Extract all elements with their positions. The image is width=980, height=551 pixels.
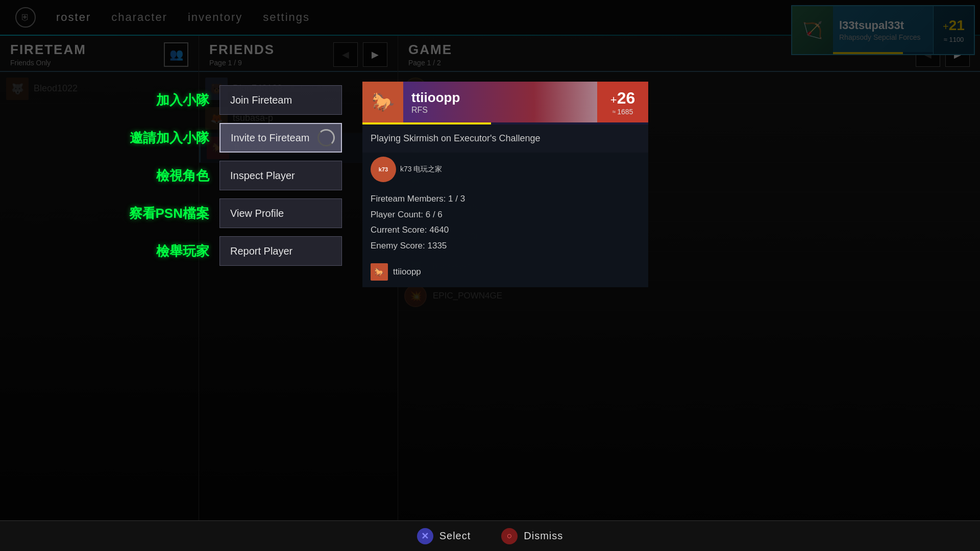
menu-row-join: 加入小隊 Join Fireteam <box>71 82 342 118</box>
view-profile-label: View Profile <box>230 208 284 219</box>
menu-label-zh-profile: 察看PSN檔案 <box>71 205 219 222</box>
invite-fireteam-label: Invite to Fireteam <box>231 132 310 144</box>
join-fireteam-button[interactable]: Join Fireteam <box>219 85 342 115</box>
pip-activity-text: Playing Skirmish on Executor's Challenge <box>371 133 541 143</box>
pip-stat-playercount: Player Count: 6 / 6 <box>371 207 640 223</box>
pip-activity: Playing Skirmish on Executor's Challenge <box>362 124 648 153</box>
pip-members-list: 🐎 ttiioopp <box>362 259 648 287</box>
pip-stat-currentscore: Current Score: 4640 <box>371 222 640 238</box>
pip-logo: k73 k73 电玩之家 <box>362 153 648 186</box>
o-button-icon: ○ <box>501 528 518 544</box>
pip-current-score-value: Current Score: 4640 <box>371 222 449 238</box>
view-profile-button[interactable]: View Profile <box>219 198 342 228</box>
pip-avatar: 🐎 <box>362 82 403 122</box>
pip-light-icon: ≈ <box>612 108 616 115</box>
pip-level: 26 <box>617 89 635 108</box>
pip-level-prefix: + <box>610 93 617 107</box>
menu-label-zh-report: 檢舉玩家 <box>71 242 219 260</box>
pip-fireteam-members-value: Fireteam Members: 1 / 3 <box>371 191 465 207</box>
bottom-bar: ✕ Select ○ Dismiss <box>0 520 980 551</box>
loading-spinner <box>317 129 335 146</box>
pip-logo-icon: k73 <box>379 166 388 172</box>
pip-member-name-0: ttiioopp <box>393 267 421 277</box>
pip-player-name: ttiioopp <box>411 90 589 106</box>
report-player-label: Report Player <box>230 245 292 257</box>
menu-row-report: 檢舉玩家 Report Player <box>71 233 342 269</box>
x-button-icon: ✕ <box>417 528 433 544</box>
menu-label-zh-join: 加入小隊 <box>71 91 219 109</box>
invite-fireteam-button[interactable]: Invite to Fireteam <box>219 123 342 153</box>
select-label: Select <box>439 530 471 542</box>
x-symbol: ✕ <box>421 531 429 542</box>
menu-row-profile: 察看PSN檔案 View Profile <box>71 195 342 232</box>
context-menu-wrapper: 加入小隊 Join Fireteam 邀請加入小隊 Invite to Fire… <box>71 82 342 270</box>
pip-level-box: + 26 ≈ 1685 <box>597 82 648 122</box>
pip-stat-fireteam: Fireteam Members: 1 / 3 <box>371 191 640 207</box>
pip-light: 1685 <box>617 108 633 116</box>
dismiss-label: Dismiss <box>524 530 563 542</box>
pip-info: ttiioopp RFS <box>403 82 597 122</box>
o-symbol: ○ <box>507 531 512 541</box>
pip-enemy-score-value: Enemy Score: 1335 <box>371 238 447 254</box>
pip-member-avatar-0: 🐎 <box>371 263 388 281</box>
pip-player-count-value: Player Count: 6 / 6 <box>371 207 443 223</box>
inspect-player-button[interactable]: Inspect Player <box>219 161 342 190</box>
report-player-button[interactable]: Report Player <box>219 236 342 266</box>
select-action[interactable]: ✕ Select <box>417 528 471 544</box>
menu-label-zh-inspect: 檢視角色 <box>71 167 219 185</box>
pip-stats: Fireteam Members: 1 / 3 Player Count: 6 … <box>362 186 648 259</box>
join-fireteam-label: Join Fireteam <box>230 94 292 106</box>
pip-logo-image: k73 <box>371 157 396 182</box>
menu-row-invite: 邀請加入小隊 Invite to Fireteam <box>71 119 342 156</box>
context-overlay: 加入小隊 Join Fireteam 邀請加入小隊 Invite to Fire… <box>0 0 980 551</box>
menu-label-zh-invite: 邀請加入小隊 <box>71 129 219 147</box>
pip-header: 🐎 ttiioopp RFS + 26 ≈ 1685 <box>362 82 648 122</box>
pip-player-clan: RFS <box>411 106 589 115</box>
player-info-panel: 🐎 ttiioopp RFS + 26 ≈ 1685 Playing Skirm <box>362 82 648 287</box>
pip-member-row-0: 🐎 ttiioopp <box>371 262 640 282</box>
pip-logo-text: k73 电玩之家 <box>400 165 442 174</box>
menu-row-inspect: 檢視角色 Inspect Player <box>71 157 342 194</box>
dismiss-action[interactable]: ○ Dismiss <box>501 528 563 544</box>
pip-stat-enemyscore: Enemy Score: 1335 <box>371 238 640 254</box>
inspect-player-label: Inspect Player <box>230 170 295 182</box>
